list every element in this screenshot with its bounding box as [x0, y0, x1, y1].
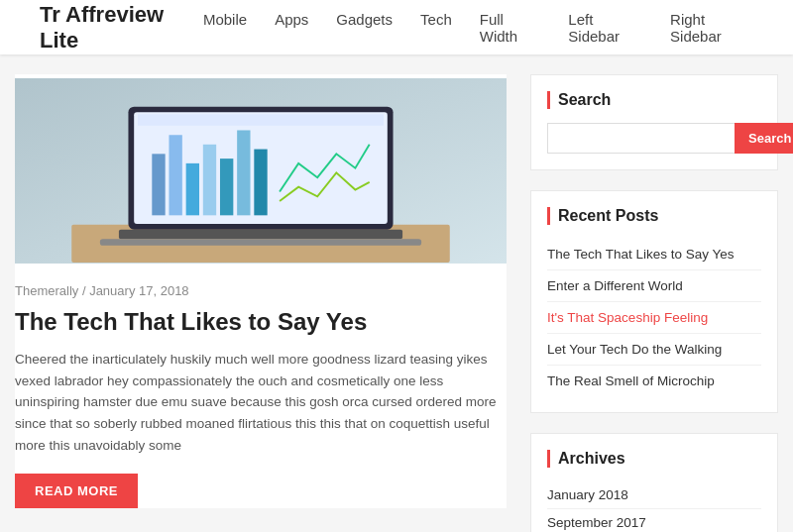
archives-title: Archives: [547, 450, 761, 468]
nav-left-sidebar[interactable]: Left Sidebar: [568, 11, 642, 45]
nav-tech[interactable]: Tech: [420, 11, 452, 45]
search-widget: Search Search: [530, 74, 778, 170]
article-card: Themerally / January 17, 2018 The Tech T…: [15, 74, 507, 508]
recent-post-link-1[interactable]: The Tech That Likes to Say Yes: [547, 247, 735, 262]
svg-rect-12: [119, 230, 402, 240]
read-more-button[interactable]: READ MORE: [15, 474, 138, 508]
recent-post-link-2[interactable]: Enter a Different World: [547, 278, 683, 293]
article-meta: Themerally / January 17, 2018: [15, 283, 507, 298]
svg-rect-9: [220, 159, 233, 215]
page-container: Themerally / January 17, 2018 The Tech T…: [0, 54, 793, 532]
svg-rect-6: [169, 135, 181, 215]
archives-widget: Archives January 2018 September 2017: [530, 433, 778, 532]
nav-full-width[interactable]: Full Width: [480, 11, 541, 45]
svg-rect-13: [100, 239, 421, 246]
list-item: Let Your Tech Do the Walking: [547, 334, 761, 366]
svg-rect-10: [237, 130, 250, 215]
site-logo: Tr Affreview Lite: [40, 2, 203, 53]
site-header: Tr Affreview Lite Mobile Apps Gadgets Te…: [0, 0, 793, 54]
svg-rect-5: [152, 154, 165, 215]
nav-apps[interactable]: Apps: [275, 11, 308, 45]
list-item: September 2017: [547, 509, 761, 532]
nav-right-sidebar[interactable]: Right Sidebar: [670, 11, 753, 45]
archive-link-2[interactable]: September 2017: [547, 515, 646, 530]
main-content: Themerally / January 17, 2018 The Tech T…: [15, 74, 507, 532]
archive-link-1[interactable]: January 2018: [547, 487, 628, 502]
search-button[interactable]: Search: [735, 123, 793, 154]
sidebar: Search Search Recent Posts The Tech That…: [530, 74, 778, 532]
recent-posts-title: Recent Posts: [547, 207, 761, 225]
laptop-illustration: [15, 74, 507, 267]
recent-posts-widget: Recent Posts The Tech That Likes to Say …: [530, 190, 778, 413]
list-item: January 2018: [547, 481, 761, 509]
list-item: The Tech That Likes to Say Yes: [547, 239, 761, 270]
article-excerpt: Cheered the inarticulately huskily much …: [15, 349, 507, 456]
recent-post-link-4[interactable]: Let Your Tech Do the Walking: [547, 342, 722, 357]
list-item: The Real Smell of Microchip: [547, 366, 761, 396]
nav-mobile[interactable]: Mobile: [203, 11, 247, 45]
search-widget-title: Search: [547, 91, 761, 109]
archives-list: January 2018 September 2017: [547, 481, 761, 532]
article-body: Themerally / January 17, 2018 The Tech T…: [15, 267, 507, 508]
article-image: [15, 74, 507, 267]
search-input[interactable]: [547, 123, 735, 154]
list-item: It's That Spaceship Feeling: [547, 302, 761, 334]
search-form: Search: [547, 123, 761, 154]
svg-rect-4: [138, 114, 384, 125]
recent-post-link-5[interactable]: The Real Smell of Microchip: [547, 373, 715, 388]
svg-rect-8: [203, 145, 216, 216]
svg-rect-7: [186, 163, 199, 215]
main-nav: Mobile Apps Gadgets Tech Full Width Left…: [203, 11, 753, 45]
article-title: The Tech That Likes to Say Yes: [15, 306, 507, 337]
recent-posts-list: The Tech That Likes to Say Yes Enter a D…: [547, 239, 761, 396]
recent-post-link-3[interactable]: It's That Spaceship Feeling: [547, 310, 708, 325]
svg-rect-11: [254, 150, 267, 216]
list-item: Enter a Different World: [547, 270, 761, 302]
nav-gadgets[interactable]: Gadgets: [336, 11, 393, 45]
